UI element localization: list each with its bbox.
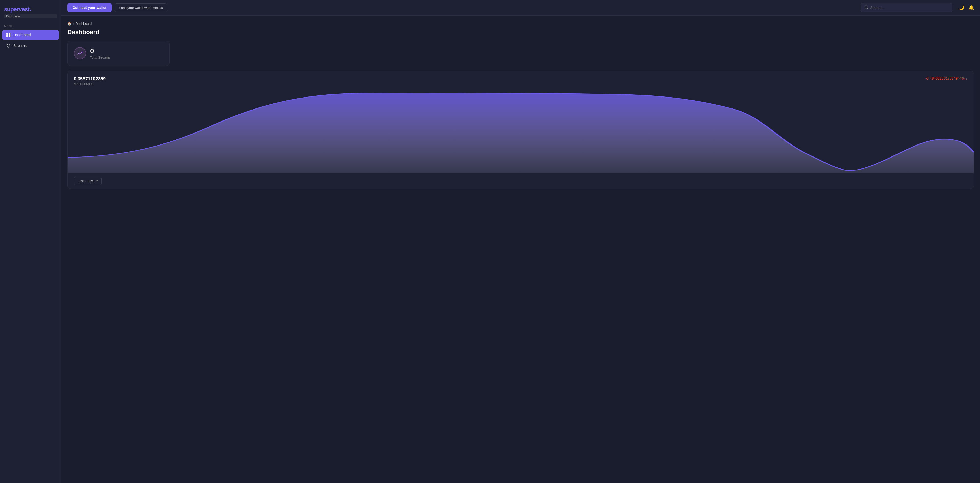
chart-price-label: MATIC PRICE	[74, 83, 106, 86]
search-icon	[864, 5, 868, 10]
search-input[interactable]	[870, 6, 948, 10]
stats-label: Total Streams	[90, 56, 110, 59]
header: Connect your wallet Fund your wallet wit…	[61, 0, 980, 16]
sidebar-item-label: Dashboard	[13, 33, 31, 37]
chart-change: -3.4840828317834944% ↓	[926, 76, 967, 80]
svg-line-6	[867, 8, 868, 9]
menu-label: Menu	[0, 22, 61, 30]
stats-card: 0 Total Streams	[67, 41, 170, 66]
fund-wallet-button[interactable]: Fund your wallet with Transak	[115, 3, 167, 12]
breadcrumb-separator: /	[73, 22, 74, 25]
chart-price-block: 0.65571102359 MATIC PRICE	[74, 76, 106, 86]
dark-mode-badge: Dark mode	[4, 14, 57, 18]
chart-card: 0.65571102359 MATIC PRICE -3.48408283178…	[67, 71, 974, 189]
time-range-label: Last 7 days	[78, 179, 95, 183]
breadcrumb: 🏠 / Dashboard	[67, 22, 974, 25]
breadcrumb-current: Dashboard	[76, 22, 92, 25]
svg-point-5	[865, 6, 867, 8]
chart-down-arrow-icon: ↓	[966, 76, 967, 80]
sidebar: supervest. Dark mode Menu Dashboard Stre…	[0, 0, 61, 483]
chevron-down-icon: ▾	[96, 179, 98, 183]
notifications-icon[interactable]: 🔔	[968, 5, 974, 11]
connect-wallet-button[interactable]: Connect your wallet	[67, 3, 111, 12]
grid-icon	[6, 33, 11, 37]
sidebar-item-dashboard[interactable]: Dashboard	[2, 30, 59, 40]
sidebar-item-streams[interactable]: Streams	[2, 41, 59, 51]
diamond-icon	[6, 43, 11, 48]
home-icon: 🏠	[67, 22, 72, 25]
stats-content: 0 Total Streams	[90, 47, 110, 59]
svg-rect-0	[6, 33, 8, 35]
svg-rect-1	[9, 33, 11, 35]
chart-header: 0.65571102359 MATIC PRICE -3.48408283178…	[68, 71, 974, 86]
chart-area	[68, 86, 974, 173]
price-chart-svg	[68, 86, 974, 173]
chart-footer: Last 7 days ▾	[68, 173, 974, 189]
search-container	[861, 3, 953, 12]
dark-mode-icon[interactable]: 🌙	[959, 5, 964, 11]
sidebar-item-label: Streams	[13, 44, 27, 48]
page-title: Dashboard	[67, 29, 974, 36]
chart-change-value: -3.4840828317834944%	[926, 76, 965, 80]
svg-rect-2	[6, 35, 8, 37]
stats-number: 0	[90, 47, 110, 55]
stats-icon	[74, 47, 86, 59]
content-area: 🏠 / Dashboard Dashboard 0 Total Streams	[61, 16, 980, 483]
chart-price: 0.65571102359	[74, 76, 106, 82]
header-icons: 🌙 🔔	[959, 5, 974, 11]
logo: supervest.	[0, 4, 61, 14]
main-content: Connect your wallet Fund your wallet wit…	[61, 0, 980, 483]
svg-rect-3	[9, 35, 11, 37]
time-range-button[interactable]: Last 7 days ▾	[74, 177, 102, 185]
svg-marker-4	[6, 44, 10, 48]
